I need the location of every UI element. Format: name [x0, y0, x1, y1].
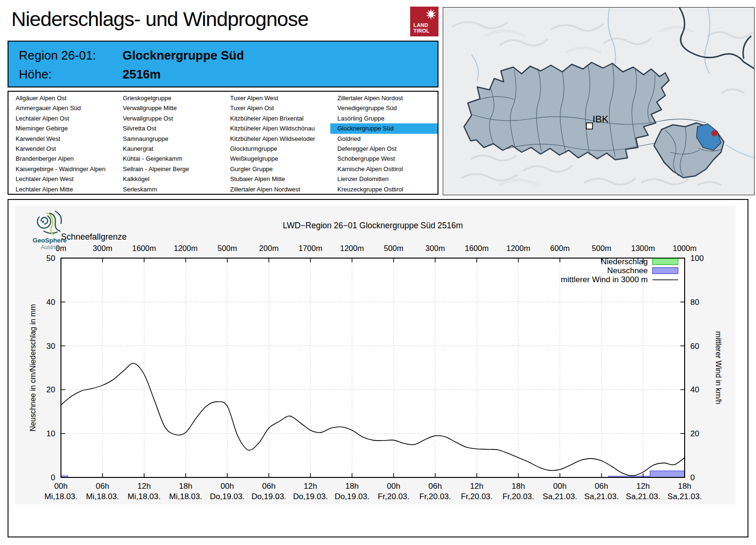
- chart-title: LWD−Region 26−01 Glocknergruppe Süd 2516…: [283, 221, 463, 230]
- region-item[interactable]: Kaisergebirge - Waidringer Alpen: [9, 164, 116, 174]
- region-item[interactable]: Lasörling Gruppe: [330, 113, 438, 123]
- region-item[interactable]: Verwallgruppe Ost: [116, 113, 223, 123]
- legend-label: Niederschlag: [601, 257, 648, 266]
- schneefallgrenze-value: 1300m: [631, 244, 655, 252]
- region-item[interactable]: Kitzbüheler Alpen Wildseeloder: [223, 134, 330, 144]
- region-item[interactable]: Grieskogelgruppe: [116, 93, 223, 103]
- hoehe-value: 2516m: [122, 67, 161, 81]
- region-item[interactable]: Silvretta Ost: [116, 123, 223, 133]
- geosphere-swirl-icon: [25, 210, 74, 237]
- xtick-time: 18h: [345, 482, 359, 491]
- region-item[interactable]: Weißkugelgruppe: [223, 154, 330, 164]
- region-item-selected[interactable]: Glocknergruppe Süd: [330, 123, 438, 133]
- legend-label: Neuschnee: [607, 266, 648, 275]
- forecast-chart: 0102030405002040608010000hMi,18.03.06hMi…: [15, 206, 736, 504]
- region-item[interactable]: Karwendel Ost: [9, 144, 116, 154]
- region-item[interactable]: Lechtaler Alpen Ost: [9, 113, 116, 123]
- schneefallgrenze-value: 500m: [384, 244, 403, 252]
- tirol-map-image: IBK: [443, 8, 754, 195]
- forecast-chart-panel: GeoSphere Austria 0102030405002040608010…: [8, 199, 748, 537]
- page-title: Niederschlags- und Windprognose: [11, 8, 309, 31]
- schneefallgrenze-value: 1600m: [465, 244, 489, 252]
- xtick-time: 12h: [470, 482, 483, 491]
- tirol-map: IBK: [443, 7, 755, 195]
- region-item[interactable]: Samnaungruppe: [116, 134, 223, 144]
- xtick-date: Mi,18.03.: [128, 492, 161, 501]
- xtick-date: Do,19.03.: [210, 492, 245, 501]
- xtick-date: Do,19.03.: [251, 492, 286, 501]
- region-column-2: GrieskogelgruppeVerwallgruppe MitteVerwa…: [116, 92, 223, 194]
- region-item[interactable]: Stubaier Alpen Mitte: [223, 174, 330, 184]
- bar-neuschnee: [650, 471, 685, 477]
- xtick-date: Fr,20.03.: [378, 492, 409, 501]
- xtick-time: 00h: [54, 482, 68, 491]
- logo-line2: TIROL: [413, 28, 430, 34]
- region-item[interactable]: Karnische Alpen Osttirol: [330, 164, 438, 174]
- xtick-date: Fr,20.03.: [461, 492, 492, 501]
- xtick-time: 06h: [96, 482, 109, 491]
- logo-line1: LAND: [413, 22, 430, 28]
- xtick-time: 00h: [553, 482, 567, 491]
- xtick-date: Mi,18.03.: [169, 492, 202, 501]
- xtick-time: 00h: [387, 482, 400, 491]
- region-name: Glocknergruppe Süd: [122, 48, 244, 62]
- ytick-left: 40: [46, 298, 55, 307]
- legend-label: mittlerer Wind in 3000 m: [561, 275, 648, 284]
- ytick-right: 100: [690, 254, 704, 263]
- xtick-date: Fr,20.03.: [502, 492, 534, 501]
- geosphere-sub: Austria: [25, 244, 74, 251]
- region-item[interactable]: Lechtaler Alpen Mitte: [9, 184, 116, 194]
- region-item[interactable]: Venedigergruppe Süd: [330, 103, 438, 113]
- xtick-date: Sa,21.03.: [543, 492, 577, 501]
- region-item[interactable]: Verwallgruppe Mitte: [116, 103, 223, 113]
- region-item[interactable]: Goldried: [330, 134, 438, 144]
- region-item[interactable]: Serleskamm: [116, 184, 223, 194]
- region-item[interactable]: Glockturmgruppe: [223, 144, 330, 154]
- region-item[interactable]: Tuxer Alpen Ost: [223, 103, 330, 113]
- legend-swatch: [653, 268, 678, 274]
- region-item[interactable]: Lechtaler Alpen West: [9, 174, 116, 184]
- xtick-time: 18h: [512, 482, 525, 491]
- region-list: Allgäuer Alpen OstAmmergauer Alpen SüdLe…: [8, 91, 438, 195]
- forecast-page: Niederschlags- und Windprognose LAND TIR…: [0, 0, 756, 545]
- schneefallgrenze-value: 600m: [550, 244, 569, 252]
- region-item[interactable]: Kreuzeckgruppe Osttirol: [330, 184, 438, 194]
- region-banner: Region 26-01: Glocknergruppe Süd Höhe: 2…: [8, 41, 438, 87]
- region-item[interactable]: Karwendel West: [9, 134, 116, 144]
- region-item[interactable]: Kalkkögel: [116, 174, 223, 184]
- region-item[interactable]: Ammergauer Alpen Süd: [9, 103, 116, 113]
- ytick-right: 60: [690, 342, 699, 351]
- region-item[interactable]: Gurgler Gruppe: [223, 164, 330, 174]
- region-item[interactable]: Mieminger Gebirge: [9, 123, 116, 133]
- schneefallgrenze-value: 1200m: [507, 244, 530, 252]
- schneefallgrenze-value: 1200m: [340, 244, 364, 252]
- region-item[interactable]: Kitzbüheler Alpen Wildschönau: [223, 123, 330, 133]
- region-column-1: Allgäuer Alpen OstAmmergauer Alpen SüdLe…: [9, 92, 116, 194]
- ylabel-right: mittlerer Wind in km/h: [714, 331, 722, 405]
- region-item[interactable]: Kaunergrat: [116, 144, 223, 154]
- region-item[interactable]: Schobergruppe West: [330, 154, 438, 164]
- region-item[interactable]: Lienzer Dolomitten: [330, 174, 438, 184]
- region-item[interactable]: Zillertaler Alpen Nordost: [330, 93, 438, 103]
- region-item[interactable]: Tuxer Alpen West: [223, 93, 330, 103]
- schneefallgrenze-value: 1700m: [299, 244, 322, 252]
- schneefallgrenze-value: 1000m: [673, 244, 696, 252]
- region-item[interactable]: Kühtai - Geigenkamm: [116, 154, 223, 164]
- region-item[interactable]: Brandenberger Alpen: [9, 154, 116, 164]
- geosphere-name: GeoSphere: [25, 237, 74, 244]
- region-item[interactable]: Allgäuer Alpen Ost: [9, 93, 116, 103]
- region-item[interactable]: Sellrain - Alpeiner Berge: [116, 164, 223, 174]
- xtick-time: 18h: [179, 482, 192, 491]
- region-item[interactable]: Kitzbüheler Alpen Brixental: [223, 113, 330, 123]
- xtick-date: Sa,21.03.: [668, 492, 702, 501]
- ytick-left: 0: [51, 473, 55, 482]
- ytick-left: 50: [46, 254, 55, 263]
- xtick-date: Mi,18.03.: [44, 492, 77, 501]
- ytick-left: 20: [46, 385, 55, 394]
- geosphere-logo: GeoSphere Austria: [25, 210, 77, 250]
- legend-swatch: [653, 259, 678, 265]
- region-item[interactable]: Deferegger Alpen Ost: [330, 144, 438, 154]
- region-item[interactable]: Zillertaler Alpen Nordwest: [223, 184, 330, 194]
- schneefallgrenze-value: 500m: [217, 244, 237, 252]
- schneefallgrenze-value: 300m: [425, 244, 445, 252]
